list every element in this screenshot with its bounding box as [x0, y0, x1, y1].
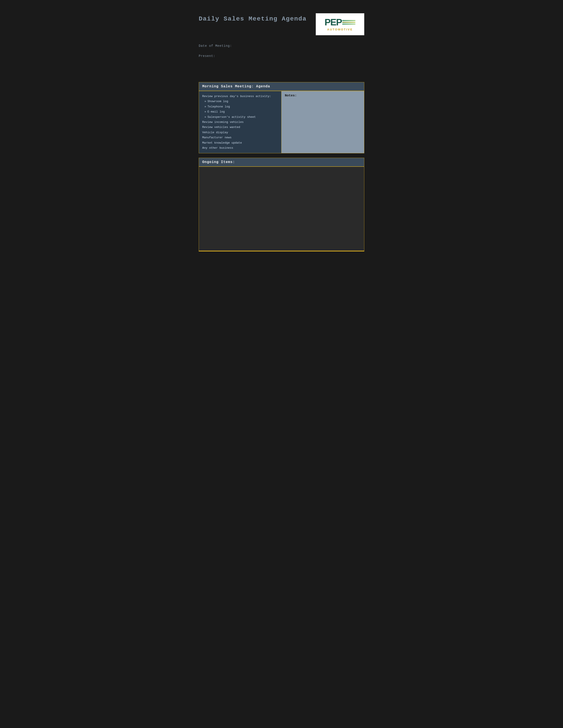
logo-pep-text: PEP: [325, 18, 342, 27]
agenda-right-column: Notes:: [282, 91, 364, 153]
showroom-log-item: Showroom log: [207, 99, 228, 104]
wave-olive-icon: [342, 22, 356, 23]
morning-agenda-table: Morning Sales Meeting: Agenda Review pre…: [199, 82, 364, 153]
bullet-arrow-icon: »: [204, 99, 206, 104]
market-knowledge-item: Market knowledge update: [202, 140, 278, 145]
notes-label: Notes:: [285, 94, 361, 98]
agenda-body: Review previous day's business activity:…: [199, 91, 364, 153]
wave-green2-icon: [342, 24, 356, 24]
review-vehicles-wanted-item: Review vehicles wanted: [202, 125, 278, 130]
ongoing-header: Ongoing Items:: [199, 158, 364, 167]
meta-section: Date of Meeting: Present:: [199, 44, 364, 58]
bullet-arrow-icon: »: [204, 114, 206, 120]
wave-green-icon: [342, 20, 356, 21]
logo-pep: PEP: [325, 18, 356, 27]
list-item: » E-mail log: [202, 109, 278, 114]
logo-automotive: AUTOMOTIVE: [327, 28, 353, 31]
logo-box: PEP AUTOMOTIVE: [316, 13, 364, 35]
date-of-meeting-label: Date of Meeting:: [199, 44, 364, 48]
telephone-log-item: Telephone log: [207, 104, 230, 109]
list-item: » Showroom log: [202, 99, 278, 104]
page-title: Daily Sales Meeting Agenda: [199, 15, 307, 22]
agenda-left-column: Review previous day's business activity:…: [199, 91, 282, 153]
ongoing-section: Ongoing Items:: [199, 158, 364, 251]
header: Daily Sales Meeting Agenda PEP AUTOMOTIV…: [199, 13, 364, 35]
list-item: » Telephone log: [202, 104, 278, 109]
manufacturer-news-item: Manufacturer news: [202, 135, 278, 140]
any-other-business-item: Any other business: [202, 145, 278, 150]
bullet-arrow-icon: »: [204, 104, 206, 109]
salesperson-activity-item: Salesperson's activity sheet: [207, 114, 256, 120]
email-log-item: E-mail log: [207, 109, 225, 114]
logo-waves: [342, 20, 356, 25]
bullet-arrow-icon: »: [204, 109, 206, 114]
review-previous-heading: Review previous day's business activity:: [202, 94, 278, 99]
review-incoming-item: Review incoming vehicles: [202, 120, 278, 125]
morning-agenda-header: Morning Sales Meeting: Agenda: [199, 82, 364, 91]
page: Daily Sales Meeting Agenda PEP AUTOMOTIV…: [188, 4, 375, 724]
vehicle-display-item: Vehicle display: [202, 130, 278, 135]
list-item: » Salesperson's activity sheet: [202, 114, 278, 120]
spacer: [199, 64, 364, 82]
bottom-line: [199, 251, 364, 251]
present-label: Present:: [199, 54, 364, 58]
ongoing-body: [199, 167, 364, 251]
